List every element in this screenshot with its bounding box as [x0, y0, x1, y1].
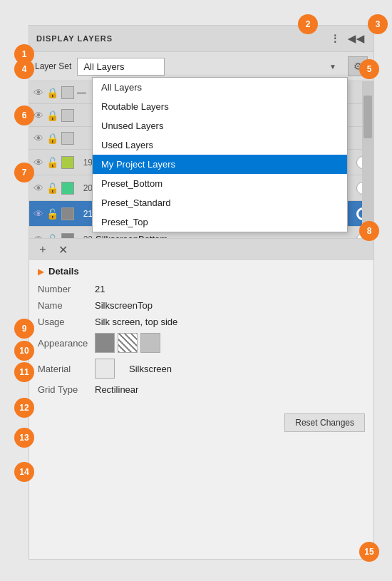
annotation-8: 8 [359, 221, 379, 241]
appearance-label: Appearance [38, 338, 95, 349]
annotation-13: 13 [14, 428, 34, 448]
layer-set-select-wrapper: All Layers Routable Layers Unused Layers… [77, 58, 342, 76]
layer-color-box [61, 233, 74, 239]
material-value: Silkscreen [129, 364, 172, 374]
detail-row-number: Number 21 [38, 284, 365, 294]
detail-row-appearance: Appearance [38, 333, 365, 353]
annotation-6: 6 [14, 106, 34, 125]
layer-color [61, 132, 74, 145]
details-section: ▶ Details Number 21 Name SilkscreenTop U… [29, 260, 373, 409]
eye-icon[interactable]: 👁 [33, 157, 43, 168]
details-header[interactable]: ▶ Details [38, 266, 365, 277]
dropdown-item-preset-top[interactable]: Preset_Top [93, 212, 347, 232]
dropdown-item-preset-standard[interactable]: Preset_Standard [93, 193, 347, 212]
back-icon[interactable]: ◀◀ [346, 31, 366, 46]
dropdown-item-used[interactable]: Used Layers [93, 135, 347, 155]
remove-layer-button[interactable]: ✕ [55, 242, 71, 257]
name-value: SilkscreenTop [95, 300, 153, 311]
lock-icon[interactable]: 🔒 [46, 87, 58, 98]
detail-row-grid-type: Grid Type Rectilinear [38, 384, 365, 395]
eye-icon[interactable]: 👁 [33, 110, 43, 121]
annotation-10: 10 [14, 341, 34, 361]
lock-icon[interactable]: 🔓 [46, 208, 58, 220]
lock-icon[interactable]: 🔓 [46, 234, 58, 239]
lock-icon[interactable]: 🔓 [46, 182, 58, 194]
scroll-track[interactable] [362, 81, 373, 238]
display-layers-panel: DISPLAY LAYERS ⋮ ◀◀ Layer Set All Layers… [29, 25, 374, 560]
grid-type-value: Rectilinear [95, 384, 138, 395]
dropdown-item-preset-bottom[interactable]: Preset_Bottom [93, 174, 347, 193]
layer-color [61, 109, 74, 122]
appearance-solid-button[interactable] [95, 333, 115, 353]
detail-row-material: Material Silkscreen [38, 359, 365, 379]
detail-row-name: Name SilkscreenTop [38, 300, 365, 311]
name-label: Name [38, 300, 95, 311]
eye-icon[interactable]: 👁 [33, 208, 43, 220]
eye-icon[interactable]: 👁 [33, 87, 43, 98]
panel-title: DISPLAY LAYERS [36, 34, 113, 43]
header-icons: ⋮ ◀◀ [329, 31, 366, 46]
scroll-thumb[interactable] [363, 96, 372, 138]
layer-color-box [61, 156, 74, 169]
annotation-7: 7 [14, 163, 34, 182]
layer-color-box [61, 182, 74, 195]
layer-number: 20 [77, 183, 93, 193]
annotation-4: 4 [14, 59, 34, 79]
usage-label: Usage [38, 317, 95, 327]
annotation-3: 3 [368, 14, 388, 34]
dropdown-item-my-project[interactable]: My Project Layers [93, 155, 347, 174]
annotation-15: 15 [359, 542, 379, 562]
dropdown-menu: All Layers Routable Layers Unused Layers… [92, 77, 348, 232]
material-label: Material [38, 364, 95, 374]
dropdown-item-unused[interactable]: Unused Layers [93, 116, 347, 135]
layer-number: 21 [77, 209, 93, 219]
annotation-9: 9 [14, 319, 34, 339]
layer-name: SilkscreenBottom [96, 234, 354, 238]
details-header-label: Details [48, 266, 79, 277]
layer-number: 19 [77, 158, 93, 168]
lock-icon[interactable]: 🔒 [46, 110, 58, 121]
detail-row-usage: Usage Silk screen, top side [38, 317, 365, 327]
add-layer-button[interactable]: + [35, 242, 51, 257]
reset-btn-area: Reset Changes [29, 409, 373, 436]
appearance-light-button[interactable] [140, 333, 160, 353]
number-label: Number [38, 284, 95, 294]
layer-set-label: Layer Set [35, 61, 71, 71]
annotation-2: 2 [298, 14, 318, 34]
usage-value: Silk screen, top side [95, 317, 177, 327]
lock-icon[interactable]: 🔒 [46, 133, 58, 144]
layer-color [61, 86, 74, 99]
details-arrow-icon: ▶ [38, 267, 44, 277]
grid-type-label: Grid Type [38, 384, 95, 395]
layer-set-select[interactable]: All Layers Routable Layers Unused Layers… [77, 58, 165, 76]
eye-icon[interactable]: 👁 [33, 182, 43, 194]
layer-number: 22 [77, 235, 93, 239]
panel-header: DISPLAY LAYERS ⋮ ◀◀ [29, 26, 373, 52]
eye-icon[interactable]: 👁 [33, 234, 43, 239]
layers-toolbar: + ✕ [29, 238, 373, 260]
appearance-boxes [95, 333, 160, 353]
dots-icon[interactable]: ⋮ [329, 31, 342, 46]
eye-icon[interactable]: 👁 [33, 133, 43, 144]
material-box[interactable] [95, 359, 115, 379]
annotation-11: 11 [14, 362, 34, 382]
number-value: 21 [95, 284, 105, 294]
annotation-14: 14 [14, 462, 34, 482]
layer-color-box [61, 207, 74, 220]
appearance-hatch-button[interactable] [118, 333, 138, 353]
lock-icon[interactable]: 🔓 [46, 157, 58, 168]
annotation-12: 12 [14, 398, 34, 418]
reset-changes-button[interactable]: Reset Changes [284, 413, 365, 432]
dropdown-item-all-layers[interactable]: All Layers [93, 78, 347, 97]
annotation-5: 5 [359, 59, 379, 79]
dropdown-item-routable[interactable]: Routable Layers [93, 97, 347, 116]
